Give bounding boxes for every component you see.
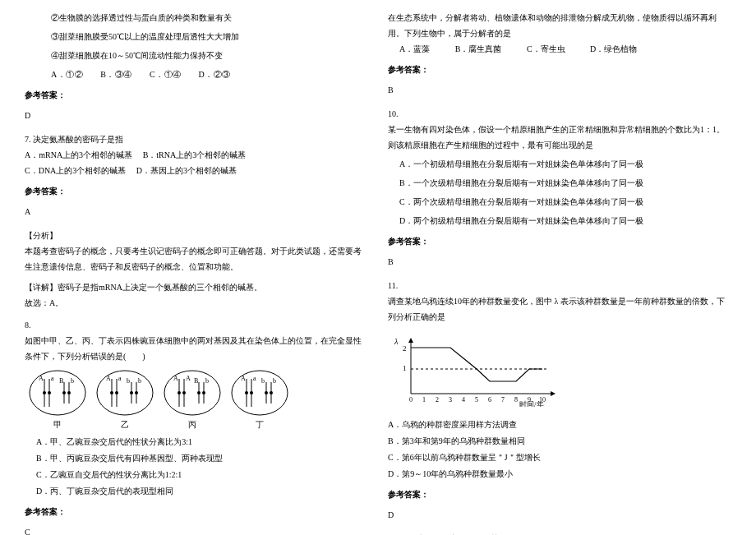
q7-row1: A．mRNA上的3个相邻的碱基 B．tRNA上的3个相邻的碱基	[25, 147, 368, 163]
q6-partial: ②生物膜的选择透过性与蛋白质的种类和数量有关 ③甜菜细胞膜受50℃以上的温度处理…	[25, 10, 368, 123]
q10-opt-d: D．两个初级精母细胞在分裂后期有一对姐妹染色单体移向了同一极	[388, 213, 731, 228]
cell-icon: AA Bb	[163, 369, 222, 417]
cell-icon: Aa bb	[95, 369, 154, 417]
svg-point-33	[197, 391, 201, 394]
q6-ans-label: 参考答案：	[25, 87, 368, 103]
q10-opt-c: C．两个次级精母细胞在分裂后期有一对姐妹染色单体移向了同一极	[388, 194, 731, 210]
q11-ans-label: 参考答案：	[388, 487, 731, 502]
svg-text:a: a	[118, 375, 122, 382]
q11: 11. 调查某地乌鸦连续10年的种群数量变化，图中 λ 表示该种群数量是一年前种…	[388, 278, 731, 523]
q7-opt-d: D．基因上的3个相邻的碱基	[136, 166, 237, 175]
q6-s3: ③甜菜细胞膜受50℃以上的温度处理后透性大大增加	[25, 29, 368, 44]
q11-chart: 1 2 λ 012 345 678 910 时间/年	[388, 333, 731, 412]
svg-text:A: A	[173, 375, 178, 382]
q9-opt-a: A．蓝藻	[399, 44, 430, 53]
q8: 8. 如图中甲、乙、丙、丁表示四株豌豆体细胞中的两对基因及其在染色体上的位置，在…	[25, 317, 368, 535]
svg-point-4	[48, 391, 51, 394]
q7-stem: 7. 决定氨基酸的密码子是指	[25, 131, 368, 147]
q8-opt-c: C．乙豌豆自交后代的性状分离比为1:2:1	[36, 467, 368, 482]
svg-text:3: 3	[449, 396, 452, 404]
q9-opt-b: B．腐生真菌	[455, 44, 502, 53]
q6-ans: D	[25, 108, 368, 123]
svg-point-30	[182, 391, 186, 394]
q6-opt-a: A．①②	[51, 70, 83, 79]
q7-opt-a: A．mRNA上的3个相邻的碱基	[25, 150, 132, 159]
q7-xj: 【详解】密码子是指mRNA上决定一个氨基酸的三个相邻的碱基。	[25, 279, 368, 295]
q9-ans: B	[388, 82, 731, 98]
svg-point-43	[250, 391, 253, 394]
q8-stem: 如图中甲、乙、丙、丁表示四株豌豆体细胞中的两对基因及其在染色体上的位置，在完全显…	[25, 333, 368, 364]
svg-point-17	[115, 391, 118, 394]
q7-fx-text: 本题考查密码子的概念，只要考生识记密码子的概念即可正确答题。对于此类试题，还需要…	[25, 243, 368, 274]
svg-text:b: b	[273, 377, 276, 385]
right-column: 在生态系统中，分解者将动、植物遗体和动物的排泄物分解成无机物，使物质得以循环再利…	[378, 10, 741, 525]
q8-opt-a: A．甲、乙豌豆杂交后代的性状分离比为3:1	[36, 434, 368, 450]
svg-point-42	[245, 391, 248, 394]
svg-text:0: 0	[409, 396, 413, 404]
cell-label-ding: 丁	[230, 417, 289, 432]
cell-label-bing: 丙	[163, 417, 222, 432]
cell-icon: Aa bb	[230, 369, 289, 417]
svg-text:b: b	[71, 377, 74, 385]
q7-ans: A	[25, 204, 368, 219]
svg-point-34	[202, 391, 205, 394]
svg-point-7	[62, 391, 66, 394]
cell-yi: Aa bb 乙	[95, 369, 154, 432]
svg-text:5: 5	[475, 396, 478, 404]
q11-opt-d: D．第9～10年的乌鸦种群数量最小	[388, 466, 731, 482]
svg-text:7: 7	[501, 396, 505, 404]
svg-point-3	[43, 391, 46, 394]
q9-opt-c: C．寄生虫	[527, 44, 565, 53]
q7-row2: C．DNA上的3个相邻的碱基 D．基因上的3个相邻的碱基	[25, 163, 368, 178]
q7-opt-b: B．tRNA上的3个相邻的碱基	[143, 150, 247, 159]
q12-stem: 12. 下列生物群体中，属于群落的是（ ）	[388, 531, 731, 535]
svg-marker-53	[408, 338, 413, 343]
q11-options: A．乌鸦的种群密度采用样方法调查 B．第3年和第9年的乌鸦种群数量相同 C．第6…	[388, 417, 731, 482]
q8-opt-d: D．丙、丁豌豆杂交后代的表现型相同	[36, 483, 368, 499]
svg-text:b: b	[205, 377, 209, 385]
svg-text:b: b	[261, 377, 265, 385]
q7-fx-label: 【分析】	[25, 228, 368, 243]
cell-label-jia: 甲	[28, 417, 87, 432]
svg-text:b: b	[127, 377, 130, 385]
svg-text:a: a	[51, 375, 54, 382]
q6-opt-c: C．①④	[150, 70, 182, 79]
svg-text:A: A	[39, 375, 44, 382]
q9-options: A．蓝藻 B．腐生真菌 C．寄生虫 D．绿色植物	[388, 41, 731, 57]
q7-opt-c: C．DNA上的3个相邻的碱基	[25, 166, 126, 175]
q11-num: 11.	[388, 278, 731, 293]
q8-ans: C	[25, 524, 368, 535]
svg-point-8	[67, 391, 71, 394]
svg-text:A: A	[186, 375, 191, 382]
q8-ans-label: 参考答案：	[25, 504, 368, 519]
q7: 7. 决定氨基酸的密码子是指 A．mRNA上的3个相邻的碱基 B．tRNA上的3…	[25, 131, 368, 311]
q11-stem: 调查某地乌鸦连续10年的种群数量变化，图中 λ 表示该种群数量是一年前种群数量的…	[388, 293, 731, 325]
q7-ans-label: 参考答案：	[25, 183, 368, 199]
svg-text:4: 4	[462, 396, 465, 404]
svg-text:2: 2	[436, 396, 439, 404]
svg-point-16	[110, 391, 113, 394]
q11-opt-c: C．第6年以前乌鸦种群数量呈＂J＂型增长	[388, 450, 731, 465]
svg-text:a: a	[253, 375, 256, 382]
q6-s4: ④甜菜细胞膜在10～50℃间流动性能力保持不变	[25, 48, 368, 63]
cell-bing: AA Bb 丙	[163, 369, 222, 432]
svg-text:A: A	[106, 375, 111, 382]
svg-point-46	[265, 391, 268, 394]
svg-text:b: b	[138, 377, 141, 385]
cell-label-yi: 乙	[95, 417, 154, 432]
q11-opt-a: A．乌鸦的种群密度采用样方法调查	[388, 417, 731, 432]
x-label: 时间/年	[519, 400, 544, 407]
q11-ans: D	[388, 507, 731, 523]
q11-opt-b: B．第3年和第9年的乌鸦种群数量相同	[388, 433, 731, 449]
q6-s2: ②生物膜的选择透过性与蛋白质的种类和数量有关	[25, 10, 368, 25]
q10-stem: 某一生物有四对染色体，假设一个精原细胞产生的正常精细胞和异常精细胞的个数比为1：…	[388, 122, 731, 153]
svg-point-20	[130, 391, 133, 394]
q8-diagram: Aa Bb 甲 Aa bb 乙	[25, 369, 368, 432]
svg-marker-55	[551, 391, 555, 396]
left-column: ②生物膜的选择透过性与蛋白质的种类和数量有关 ③甜菜细胞膜受50℃以上的温度处理…	[15, 10, 378, 525]
q6-opt-d: D．②③	[199, 70, 231, 79]
svg-point-47	[270, 391, 273, 394]
line-chart-icon: 1 2 λ 012 345 678 910 时间/年	[388, 333, 569, 407]
q9: 在生态系统中，分解者将动、植物遗体和动物的排泄物分解成无机物，使物质得以循环再利…	[388, 10, 731, 98]
cell-jia: Aa Bb 甲	[28, 369, 87, 432]
